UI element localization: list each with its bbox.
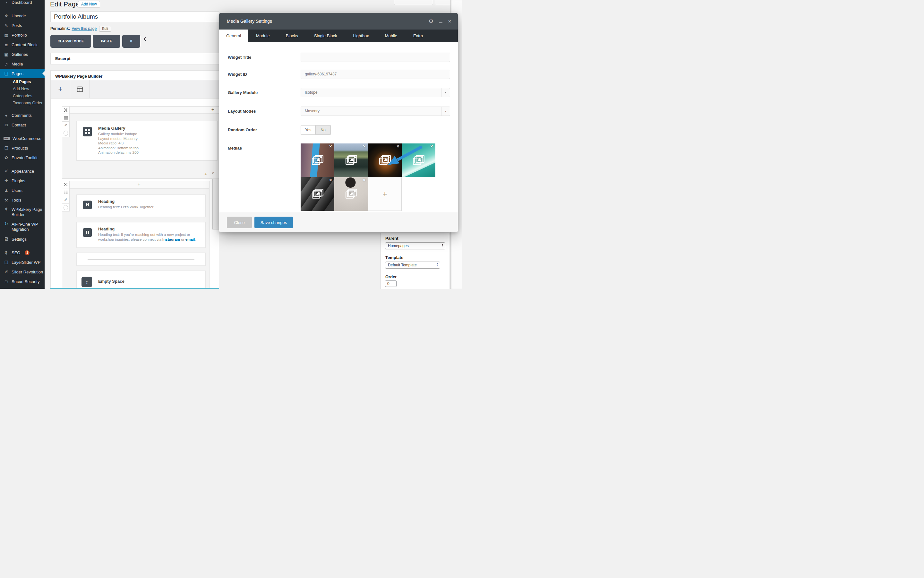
remove-media-icon[interactable]: ✕	[329, 178, 332, 182]
minimize-icon[interactable]	[439, 23, 443, 23]
email-link[interactable]: email	[185, 237, 195, 241]
heading-block-2[interactable]: H Heading Heading text: If you're reachi…	[76, 222, 206, 248]
gallery-module-select[interactable]: Isotope ▼	[301, 88, 450, 97]
page-attributes-panel: Parent Homepages ▲▼ Template Default Tem…	[381, 233, 449, 289]
drag-row-handle[interactable]	[62, 106, 70, 114]
sidebar-item-all-in-one-wp-migration[interactable]: ↻All-in-One WP Migration	[0, 219, 45, 234]
sidebar-subitem-taxonomy-order[interactable]: Taxonomy Order	[0, 99, 45, 107]
remove-media-icon[interactable]: ✕	[430, 144, 433, 149]
sidebar-item-sucuri[interactable]: ☖Sucuri Security	[0, 277, 45, 286]
order-input[interactable]: 0	[385, 281, 397, 287]
edit-column-icon[interactable]: ✎	[211, 171, 214, 177]
widget-title-input[interactable]	[301, 53, 450, 62]
sidebar-subitem-all-pages[interactable]: All Pages	[0, 78, 45, 85]
permalink-edit-button[interactable]: Edit	[99, 26, 111, 31]
sidebar-item-appearance[interactable]: ✐Appearance	[0, 166, 45, 176]
block-title: Media Gallery	[98, 126, 125, 131]
sidebar-item-collapse[interactable]: ◀Collapse menu	[0, 286, 45, 289]
sidebar-item-envato-toolkit[interactable]: ✿Envato Toolkit	[0, 153, 45, 162]
layout-modes-select[interactable]: Masonry ▼	[301, 107, 450, 116]
portfolio-icon: ▦	[3, 33, 9, 37]
add-element-to-column-button[interactable]: +	[138, 181, 141, 187]
save-changes-button[interactable]: Save changes	[255, 217, 293, 228]
toggle-row-button[interactable]	[62, 129, 70, 137]
media-thumb-building-facade[interactable]: ✕	[301, 177, 334, 211]
sidebar-item-tools[interactable]: ⚒Tools	[0, 195, 45, 205]
sidebar-item-users[interactable]: ♟Users	[0, 185, 45, 195]
empty-space-block[interactable]: ↕ Empty Space	[76, 271, 206, 289]
sidebar-item-plugins[interactable]: ✚Plugins	[0, 176, 45, 185]
add-new-button[interactable]: Add New	[78, 1, 100, 7]
remove-media-icon[interactable]: ✕	[329, 144, 332, 149]
counter-button[interactable]: 0	[122, 35, 140, 48]
excerpt-panel[interactable]: Excerpt	[50, 53, 219, 64]
sidebar-item-label: Envato Toolkit	[11, 155, 37, 160]
classic-mode-button[interactable]: CLASSIC MODE	[50, 35, 91, 48]
separator-block[interactable]	[76, 253, 206, 266]
edit-row-button[interactable]: ✎	[62, 122, 70, 129]
sidebar-item-label: Settings	[11, 237, 27, 242]
row-layout-button[interactable]	[62, 188, 70, 196]
woocommerce-icon: Woo	[3, 137, 10, 140]
remove-media-icon[interactable]: ✕	[363, 144, 366, 149]
tab-blocks[interactable]: Blocks	[278, 29, 306, 42]
tab-module[interactable]: Module	[248, 29, 278, 42]
remove-media-icon[interactable]: ✕	[363, 178, 366, 182]
heading-block-1[interactable]: H Heading Heading text: Let's Work Toget…	[76, 195, 206, 217]
parent-select[interactable]: Homepages ▲▼	[385, 242, 445, 249]
sidebar-item-pages[interactable]: ❏Pages	[0, 69, 45, 78]
chevron-left-icon[interactable]: ‹	[143, 33, 146, 44]
template-select[interactable]: Default Template ▲▼	[385, 261, 440, 269]
tab-extra[interactable]: Extra	[405, 29, 431, 42]
sidebar-item-dashboard[interactable]: ◔Dashboard	[0, 0, 45, 7]
sidebar-item-slider-revolution[interactable]: ↺Slider Revolution	[0, 267, 45, 277]
add-element-to-column-button[interactable]: +	[211, 107, 214, 113]
tab-single-block[interactable]: Single Block	[306, 29, 345, 42]
random-order-yes[interactable]: Yes	[301, 125, 316, 135]
add-media-button[interactable]: +	[368, 177, 402, 211]
toggle-row-button[interactable]	[62, 204, 70, 211]
tab-mobile[interactable]: Mobile	[377, 29, 405, 42]
publish-box-button-partial[interactable]	[394, 0, 433, 5]
sidebar-item-label: Products	[11, 146, 28, 151]
close-icon[interactable]: ✕	[448, 19, 451, 24]
sidebar-item-settings[interactable]: ⇅Settings	[0, 234, 45, 244]
sidebar-item-woocommerce[interactable]: WooWooCommerce	[0, 133, 45, 143]
media-gallery-block[interactable]: Media Gallery Gallery module: IsotopeLay…	[76, 121, 217, 161]
sidebar-item-wpbakery[interactable]: ❋WPBakery Page Builder	[0, 205, 45, 219]
sidebar-item-layerslider[interactable]: ❑LayerSlider WP	[0, 257, 45, 267]
wpbakery-toolbar: +	[51, 80, 219, 99]
gear-icon[interactable]: ⚙	[429, 18, 433, 25]
widget-id-input[interactable]: gallery-686197437	[301, 70, 450, 79]
sidebar-item-portfolio[interactable]: ▦Portfolio	[0, 30, 45, 40]
instagram-link[interactable]: Instagram	[162, 237, 180, 241]
post-title-input[interactable]: Portfolio Albums	[50, 11, 219, 22]
sidebar-subitem-add-new[interactable]: Add New	[0, 85, 45, 93]
sidebar-item-comments[interactable]: ●Comments	[0, 110, 45, 120]
drag-row-handle[interactable]	[62, 181, 70, 188]
layout-templates-button[interactable]	[70, 80, 90, 98]
sidebar-item-content-block[interactable]: ≣Content Block	[0, 40, 45, 49]
paste-button[interactable]: PASTE	[93, 35, 120, 48]
sidebar-item-media[interactable]: ♫Media	[0, 59, 45, 69]
tab-lightbox[interactable]: Lightbox	[345, 29, 377, 42]
sidebar-item-seo[interactable]: ySEO1	[0, 248, 45, 257]
media-thumb-woman-headscarf-portrait[interactable]: ✕	[301, 143, 334, 177]
sidebar-item-uncode[interactable]: ❖Uncode	[0, 11, 45, 21]
row-layout-button[interactable]	[62, 114, 70, 122]
edit-row-button[interactable]: ✎	[62, 196, 70, 204]
sidebar-subitem-categories[interactable]: Categories	[0, 93, 45, 99]
media-thumb-man-covering-face[interactable]: ✕	[334, 177, 368, 211]
sidebar-item-contact[interactable]: ✉Contact	[0, 120, 45, 130]
sidebar-item-galleries[interactable]: ▣Galleries	[0, 49, 45, 59]
random-order-no[interactable]: No	[316, 125, 331, 135]
sidebar-item-posts[interactable]: ✎Posts	[0, 21, 45, 30]
view-this-page-link[interactable]: View this page	[71, 26, 97, 31]
modal-close-button[interactable]: Close	[227, 217, 252, 228]
add-element-button[interactable]: +	[51, 80, 70, 98]
tab-general[interactable]: General	[219, 29, 248, 42]
append-element-button[interactable]: +	[204, 171, 207, 177]
move-icon	[64, 108, 68, 112]
media-thumb-mountain-lake-landscape[interactable]: ✕	[334, 143, 368, 177]
sidebar-item-products[interactable]: ❒Products	[0, 143, 45, 153]
